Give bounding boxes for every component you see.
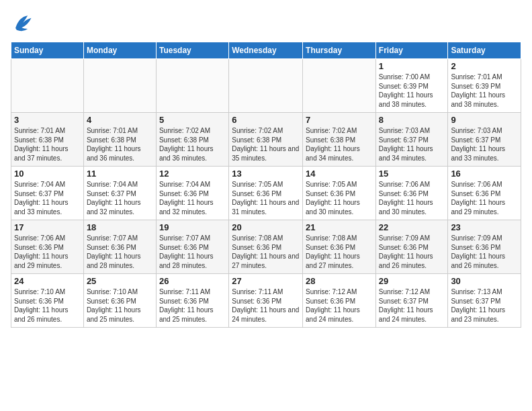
calendar-cell: 21Sunrise: 7:08 AM Sunset: 6:36 PM Dayli… [303, 220, 376, 274]
calendar-cell: 24Sunrise: 7:10 AM Sunset: 6:36 PM Dayli… [11, 274, 84, 328]
calendar-cell: 15Sunrise: 7:06 AM Sunset: 6:36 PM Dayli… [375, 167, 448, 220]
day-info: Sunrise: 7:06 AM Sunset: 6:36 PM Dayligh… [451, 180, 518, 216]
day-number: 3 [14, 115, 81, 125]
day-number: 28 [306, 276, 373, 286]
day-number: 20 [232, 222, 300, 232]
day-number: 11 [87, 169, 153, 179]
day-info: Sunrise: 7:04 AM Sunset: 6:36 PM Dayligh… [159, 180, 226, 216]
day-info: Sunrise: 7:12 AM Sunset: 6:36 PM Dayligh… [306, 287, 373, 324]
weekday-header-friday: Friday [375, 42, 448, 59]
day-info: Sunrise: 7:01 AM Sunset: 6:38 PM Dayligh… [14, 126, 81, 163]
calendar-cell: 16Sunrise: 7:06 AM Sunset: 6:36 PM Dayli… [448, 167, 521, 220]
day-info: Sunrise: 7:09 AM Sunset: 6:36 PM Dayligh… [379, 234, 445, 270]
day-number: 19 [159, 222, 226, 232]
day-number: 2 [451, 61, 518, 71]
calendar-cell: 25Sunrise: 7:10 AM Sunset: 6:36 PM Dayli… [83, 274, 156, 328]
calendar-week-row: 24Sunrise: 7:10 AM Sunset: 6:36 PM Dayli… [11, 274, 521, 328]
day-info: Sunrise: 7:06 AM Sunset: 6:36 PM Dayligh… [14, 234, 81, 270]
weekday-header-tuesday: Tuesday [156, 42, 228, 59]
day-info: Sunrise: 7:09 AM Sunset: 6:36 PM Dayligh… [451, 234, 518, 270]
day-number: 25 [87, 276, 153, 286]
day-number: 12 [159, 169, 226, 179]
day-number: 30 [451, 276, 518, 286]
calendar-cell: 12Sunrise: 7:04 AM Sunset: 6:36 PM Dayli… [156, 167, 228, 220]
day-number: 22 [379, 222, 445, 232]
calendar-cell [83, 59, 156, 113]
calendar-cell: 10Sunrise: 7:04 AM Sunset: 6:37 PM Dayli… [11, 167, 84, 220]
calendar-cell [229, 59, 303, 113]
calendar-cell: 28Sunrise: 7:12 AM Sunset: 6:36 PM Dayli… [303, 274, 376, 328]
day-info: Sunrise: 7:05 AM Sunset: 6:36 PM Dayligh… [306, 180, 373, 216]
calendar-cell: 6Sunrise: 7:02 AM Sunset: 6:38 PM Daylig… [229, 113, 303, 167]
day-number: 6 [232, 115, 300, 125]
calendar-cell: 29Sunrise: 7:12 AM Sunset: 6:37 PM Dayli… [375, 274, 448, 328]
day-info: Sunrise: 7:06 AM Sunset: 6:36 PM Dayligh… [379, 180, 445, 216]
day-info: Sunrise: 7:13 AM Sunset: 6:37 PM Dayligh… [451, 287, 518, 324]
day-number: 23 [451, 222, 518, 232]
day-info: Sunrise: 7:02 AM Sunset: 6:38 PM Dayligh… [306, 126, 373, 163]
day-info: Sunrise: 7:10 AM Sunset: 6:36 PM Dayligh… [14, 287, 81, 324]
day-number: 7 [306, 115, 373, 125]
calendar-cell: 27Sunrise: 7:11 AM Sunset: 6:36 PM Dayli… [229, 274, 303, 328]
page-header [11, 11, 521, 35]
day-number: 9 [451, 115, 518, 125]
day-info: Sunrise: 7:08 AM Sunset: 6:36 PM Dayligh… [306, 234, 373, 270]
day-number: 27 [232, 276, 300, 286]
calendar-cell: 3Sunrise: 7:01 AM Sunset: 6:38 PM Daylig… [11, 113, 84, 167]
calendar-cell: 1Sunrise: 7:00 AM Sunset: 6:39 PM Daylig… [375, 59, 448, 113]
weekday-header-sunday: Sunday [11, 42, 84, 59]
weekday-header-wednesday: Wednesday [229, 42, 303, 59]
day-number: 16 [451, 169, 518, 179]
calendar-cell: 20Sunrise: 7:08 AM Sunset: 6:36 PM Dayli… [229, 220, 303, 274]
logo [11, 11, 38, 35]
calendar-cell: 13Sunrise: 7:05 AM Sunset: 6:36 PM Dayli… [229, 167, 303, 220]
day-info: Sunrise: 7:03 AM Sunset: 6:37 PM Dayligh… [379, 126, 445, 163]
calendar-cell: 18Sunrise: 7:07 AM Sunset: 6:36 PM Dayli… [83, 220, 156, 274]
calendar-cell: 8Sunrise: 7:03 AM Sunset: 6:37 PM Daylig… [375, 113, 448, 167]
calendar-table: SundayMondayTuesdayWednesdayThursdayFrid… [11, 42, 521, 328]
day-info: Sunrise: 7:07 AM Sunset: 6:36 PM Dayligh… [87, 234, 153, 270]
day-number: 24 [14, 276, 81, 286]
day-number: 29 [379, 276, 445, 286]
calendar-cell: 26Sunrise: 7:11 AM Sunset: 6:36 PM Dayli… [156, 274, 228, 328]
weekday-header-monday: Monday [83, 42, 156, 59]
calendar-cell: 7Sunrise: 7:02 AM Sunset: 6:38 PM Daylig… [303, 113, 376, 167]
day-info: Sunrise: 7:00 AM Sunset: 6:39 PM Dayligh… [379, 73, 445, 109]
day-info: Sunrise: 7:04 AM Sunset: 6:37 PM Dayligh… [87, 180, 153, 216]
calendar-header-row: SundayMondayTuesdayWednesdayThursdayFrid… [11, 42, 521, 59]
calendar-cell: 30Sunrise: 7:13 AM Sunset: 6:37 PM Dayli… [448, 274, 521, 328]
day-info: Sunrise: 7:02 AM Sunset: 6:38 PM Dayligh… [159, 126, 226, 163]
day-info: Sunrise: 7:01 AM Sunset: 6:39 PM Dayligh… [451, 73, 518, 109]
day-number: 26 [159, 276, 226, 286]
day-info: Sunrise: 7:12 AM Sunset: 6:37 PM Dayligh… [379, 287, 445, 324]
calendar-week-row: 17Sunrise: 7:06 AM Sunset: 6:36 PM Dayli… [11, 220, 521, 274]
day-number: 4 [87, 115, 153, 125]
day-number: 15 [379, 169, 445, 179]
day-number: 5 [159, 115, 226, 125]
day-info: Sunrise: 7:10 AM Sunset: 6:36 PM Dayligh… [87, 287, 153, 324]
calendar-cell: 4Sunrise: 7:01 AM Sunset: 6:38 PM Daylig… [83, 113, 156, 167]
calendar-cell: 23Sunrise: 7:09 AM Sunset: 6:36 PM Dayli… [448, 220, 521, 274]
calendar-cell: 11Sunrise: 7:04 AM Sunset: 6:37 PM Dayli… [83, 167, 156, 220]
day-info: Sunrise: 7:02 AM Sunset: 6:38 PM Dayligh… [232, 126, 300, 163]
calendar-cell [156, 59, 228, 113]
day-number: 21 [306, 222, 373, 232]
day-info: Sunrise: 7:08 AM Sunset: 6:36 PM Dayligh… [232, 234, 300, 270]
day-info: Sunrise: 7:11 AM Sunset: 6:36 PM Dayligh… [159, 287, 226, 324]
day-number: 14 [306, 169, 373, 179]
day-number: 17 [14, 222, 81, 232]
day-info: Sunrise: 7:11 AM Sunset: 6:36 PM Dayligh… [232, 287, 300, 324]
calendar-week-row: 3Sunrise: 7:01 AM Sunset: 6:38 PM Daylig… [11, 113, 521, 167]
calendar-cell: 17Sunrise: 7:06 AM Sunset: 6:36 PM Dayli… [11, 220, 84, 274]
calendar-cell: 22Sunrise: 7:09 AM Sunset: 6:36 PM Dayli… [375, 220, 448, 274]
weekday-header-thursday: Thursday [303, 42, 376, 59]
calendar-cell [11, 59, 84, 113]
calendar-cell [303, 59, 376, 113]
day-number: 1 [379, 61, 445, 71]
day-info: Sunrise: 7:07 AM Sunset: 6:36 PM Dayligh… [159, 234, 226, 270]
day-number: 8 [379, 115, 445, 125]
calendar-cell: 9Sunrise: 7:03 AM Sunset: 6:37 PM Daylig… [448, 113, 521, 167]
calendar-cell: 2Sunrise: 7:01 AM Sunset: 6:39 PM Daylig… [448, 59, 521, 113]
calendar-week-row: 10Sunrise: 7:04 AM Sunset: 6:37 PM Dayli… [11, 167, 521, 220]
day-number: 10 [14, 169, 81, 179]
